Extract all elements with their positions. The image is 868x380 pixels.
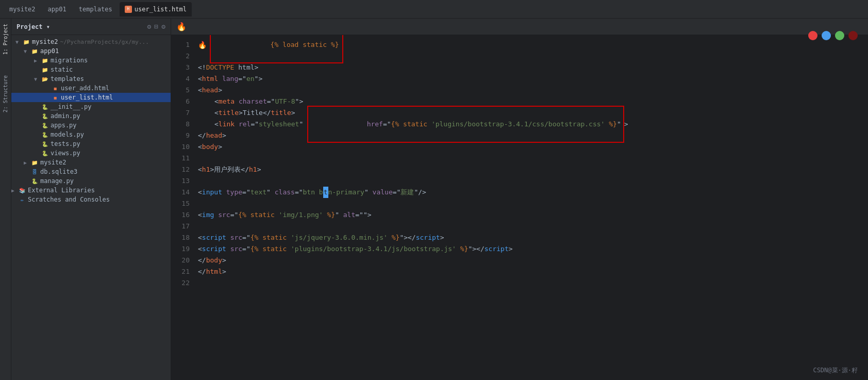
tab-label: mysite2 xyxy=(9,6,36,13)
item-path: ~/PycharmProjects/gx/my... xyxy=(60,39,149,45)
sidebar-icons: ⚙ ⊟ ⚙ xyxy=(147,23,165,30)
arrow-mysite2-sub: ▶ xyxy=(24,160,29,166)
code-line-1: 🔥 {% load static %} xyxy=(198,39,864,51)
structure-tab-label[interactable]: 2: Structure xyxy=(1,70,10,118)
tab-filename: user_list.html xyxy=(135,6,187,13)
python-icon: 🐍 xyxy=(31,177,38,185)
tree-item-external-libs[interactable]: ▶ 📚 External Libraries xyxy=(11,186,171,195)
gear-icon[interactable]: ⚙ xyxy=(147,23,152,30)
code-line-8: <link rel="stylesheet" href="{% static '… xyxy=(198,119,864,130)
code-line-18: <script src="{% static 'js/jquery-3.6.0.… xyxy=(198,232,864,243)
project-tab-label[interactable]: 1: Project xyxy=(1,19,10,60)
split-icon[interactable]: ⊟ xyxy=(154,23,158,30)
editor-area: 🔥 1 2 3 4 5 6 7 8 9 10 11 12 13 xyxy=(171,19,868,380)
sidebar-title: Project ▾ xyxy=(16,23,50,30)
code-line-2 xyxy=(198,51,864,62)
tab-bar: mysite2 app01 templates H user_list.html xyxy=(0,0,868,19)
left-panel-labels: 1: Project 2: Structure xyxy=(0,19,11,380)
code-line-19: <script src="{% static 'plugins/bootstra… xyxy=(198,243,864,255)
python-icon: 🐍 xyxy=(41,122,48,129)
code-line-20: </body> xyxy=(198,255,864,266)
tab-mysite2[interactable]: mysite2 xyxy=(4,2,41,16)
code-line-11 xyxy=(198,153,864,164)
window-controls xyxy=(808,31,858,40)
item-label: mysite2 xyxy=(32,38,58,45)
folder-icon: 📁 xyxy=(23,38,30,45)
main-area: 1: Project 2: Structure Project ▾ ⚙ ⊟ ⚙ … xyxy=(0,19,868,380)
wc-red-btn[interactable] xyxy=(808,31,817,40)
settings-icon[interactable]: ⚙ xyxy=(161,23,165,30)
tab-label: app01 xyxy=(48,6,66,13)
python-icon: 🐍 xyxy=(41,140,48,147)
line-numbers: 1 2 3 4 5 6 7 8 9 10 11 12 13 14 15 16 1 xyxy=(171,35,196,380)
item-label: tests.py xyxy=(51,140,80,147)
tree-item-admin[interactable]: ▶ 🐍 admin.py xyxy=(11,111,171,121)
sqlite-icon: 🗄 xyxy=(31,168,38,175)
tab-templates[interactable]: templates xyxy=(74,2,118,16)
tree-item-models[interactable]: ▶ 🐍 models.py xyxy=(11,130,171,139)
code-line-9: </head> xyxy=(198,130,864,141)
code-editor[interactable]: 1 2 3 4 5 6 7 8 9 10 11 12 13 14 15 16 1 xyxy=(171,35,868,380)
tree-item-migrations[interactable]: ▶ 📁 migrations xyxy=(11,56,171,65)
code-lines: 🔥 {% load static %} <!DOCTYPE html> <htm… xyxy=(196,35,868,380)
item-label: app01 xyxy=(40,47,59,55)
code-line-12: <h1>用户列表</h1> xyxy=(198,164,864,175)
tree-item-user-add[interactable]: ▶ ◼ user_add.html xyxy=(11,84,171,93)
item-label: views.py xyxy=(51,150,80,157)
code-line-14: <input type="text" class="btn btn-primar… xyxy=(198,187,864,198)
tab-user-list[interactable]: H user_list.html xyxy=(120,2,192,16)
folder-icon: 📁 xyxy=(41,66,48,73)
wc-green-btn[interactable] xyxy=(835,31,844,40)
tree-item-db[interactable]: ▶ 🗄 db.sqlite3 xyxy=(11,167,171,176)
tree-item-app01[interactable]: ▼ 📁 app01 xyxy=(11,46,171,56)
item-label: mysite2 xyxy=(40,159,66,166)
folder-open-icon: 📂 xyxy=(41,75,48,82)
fire-icon: 🔥 xyxy=(176,22,187,31)
arrow-mysite2: ▼ xyxy=(15,39,21,45)
tree-item-manage[interactable]: ▶ 🐍 manage.py xyxy=(11,176,171,186)
tree-item-templates[interactable]: ▼ 📂 templates xyxy=(11,74,171,84)
code-line-10: <body> xyxy=(198,141,864,153)
python-icon: 🐍 xyxy=(41,150,48,157)
arrow-ext-libs: ▶ xyxy=(11,188,16,193)
tree-item-mysite2-sub[interactable]: ▶ 📁 mysite2 xyxy=(11,158,171,167)
tree-item-mysite2[interactable]: ▼ 📁 mysite2 ~/PycharmProjects/gx/my... xyxy=(11,37,171,46)
item-label: migrations xyxy=(51,57,88,64)
arrow-templates: ▼ xyxy=(34,76,39,82)
ext-libs-icon: 📚 xyxy=(19,187,26,194)
wc-darkred-btn[interactable] xyxy=(848,31,858,40)
item-label: Scratches and Consoles xyxy=(28,196,110,203)
tree-item-user-list[interactable]: ▶ ◼ user_list.html xyxy=(11,93,171,102)
code-line-3: <!DOCTYPE html> xyxy=(198,62,864,73)
code-line-15 xyxy=(198,198,864,209)
python-icon: 🐍 xyxy=(41,112,48,120)
code-line-17 xyxy=(198,221,864,232)
wc-blue-btn[interactable] xyxy=(822,31,831,40)
python-icon: 🐍 xyxy=(41,103,48,110)
sidebar-header: Project ▾ ⚙ ⊟ ⚙ xyxy=(11,19,171,35)
scratches-icon: ✏ xyxy=(19,196,26,203)
tree-item-scratches[interactable]: ▶ ✏ Scratches and Consoles xyxy=(11,195,171,204)
item-label: models.py xyxy=(51,131,84,138)
item-label: db.sqlite3 xyxy=(40,168,77,175)
item-label: user_list.html xyxy=(61,94,113,101)
code-line-5: <head> xyxy=(198,85,864,96)
project-dropdown[interactable]: Project ▾ xyxy=(16,23,50,30)
tree-item-init[interactable]: ▶ 🐍 __init__.py xyxy=(11,102,171,111)
tree-item-static[interactable]: ▶ 📁 static xyxy=(11,65,171,74)
tree-item-tests[interactable]: ▶ 🐍 tests.py xyxy=(11,139,171,148)
tree-item-views[interactable]: ▶ 🐍 views.py xyxy=(11,148,171,158)
tab-app01[interactable]: app01 xyxy=(43,2,72,16)
html-icon: ◼ xyxy=(52,94,59,101)
code-line-4: <html lang="en"> xyxy=(198,73,864,85)
item-label: templates xyxy=(51,75,84,82)
code-line-13 xyxy=(198,175,864,187)
code-line-22 xyxy=(198,277,864,289)
tree-item-apps[interactable]: ▶ 🐍 apps.py xyxy=(11,121,171,130)
python-icon: 🐍 xyxy=(41,131,48,138)
tab-label: templates xyxy=(79,6,112,13)
arrow-migrations: ▶ xyxy=(34,58,39,63)
folder-icon: 📁 xyxy=(41,57,48,64)
main-container: mysite2 app01 templates H user_list.html… xyxy=(0,0,868,380)
html-file-icon: H xyxy=(125,6,132,13)
